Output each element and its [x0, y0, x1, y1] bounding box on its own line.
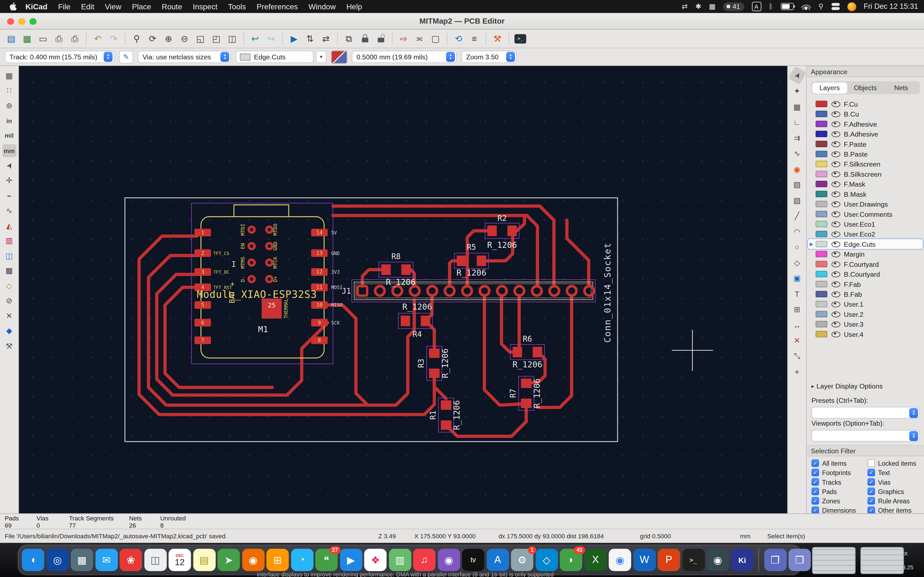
- save-icon[interactable]: ▤: [3, 31, 19, 47]
- presets-select[interactable]: ▲▼: [811, 407, 920, 419]
- menu-window[interactable]: Window: [303, 2, 341, 11]
- menubar-clock[interactable]: Fri Dec 12 15:31: [864, 2, 918, 11]
- accessibility-icon[interactable]: ✱: [695, 2, 701, 11]
- filter-zones[interactable]: Zones: [811, 497, 840, 505]
- pad-display-mode-icon[interactable]: ◫: [2, 249, 16, 262]
- spotlight-icon[interactable]: ⚲: [818, 2, 824, 11]
- filter-tracks[interactable]: Tracks: [811, 478, 841, 486]
- group-icon[interactable]: ⧉: [341, 31, 357, 47]
- layer-display-options-toggle[interactable]: ▸Layer Display Options: [811, 383, 883, 390]
- tab-objects[interactable]: Objects: [848, 82, 883, 93]
- nav-forward-icon[interactable]: ↪: [263, 31, 279, 47]
- viewports-select[interactable]: ▲▼: [811, 430, 920, 442]
- inspect-clearance-icon[interactable]: ⊘: [2, 294, 16, 307]
- layer-row-f-mask[interactable]: F.Mask: [807, 179, 924, 189]
- layer-row-edge-cuts[interactable]: ▶Edge.Cuts: [808, 239, 923, 249]
- visibility-eye-icon[interactable]: [832, 211, 840, 217]
- visibility-eye-icon[interactable]: [832, 301, 840, 307]
- dimension-tool-icon[interactable]: ↔: [790, 318, 804, 331]
- tab-layers[interactable]: Layers: [812, 82, 848, 93]
- flip-board-icon[interactable]: ⇄: [318, 31, 334, 47]
- m1-center-holes[interactable]: [247, 226, 273, 283]
- visibility-eye-icon[interactable]: [832, 261, 840, 267]
- display-options-icon[interactable]: ▢: [428, 31, 443, 47]
- menu-view[interactable]: View: [100, 2, 126, 11]
- filter-vias[interactable]: Vias: [867, 478, 890, 486]
- visibility-eye-icon[interactable]: [832, 171, 840, 177]
- dock-app-mail[interactable]: ✉: [95, 549, 118, 571]
- grid-origin-tool-icon[interactable]: ⌖: [790, 366, 804, 378]
- layer-row-user-eco1[interactable]: User.Eco1: [807, 219, 924, 229]
- layer-row-user-4[interactable]: User.4: [807, 329, 924, 339]
- bluetooth-icon[interactable]: ᛒ: [769, 2, 773, 11]
- visibility-eye-icon[interactable]: [832, 111, 840, 117]
- dock-app-calendar[interactable]: DEC12: [169, 549, 191, 571]
- layer-row-b-fab[interactable]: B.Fab: [807, 289, 924, 299]
- dock-app-tv[interactable]: tv: [462, 549, 484, 571]
- nav-back-icon[interactable]: ↩: [247, 31, 263, 47]
- plot-run-icon[interactable]: ▶: [286, 31, 302, 47]
- footprint-diff-icon[interactable]: ≍: [412, 31, 427, 47]
- dot-grid-icon[interactable]: ∷: [2, 84, 16, 97]
- m1-value[interactable]: Module_XIAO-ESP32S3: [197, 288, 317, 301]
- visibility-eye-icon[interactable]: [832, 191, 840, 197]
- visibility-eye-icon[interactable]: [832, 151, 840, 157]
- checkbox-icon[interactable]: [811, 506, 819, 514]
- dock-folder-downloads[interactable]: ❒: [764, 549, 786, 571]
- active-layer-select[interactable]: Edge.Cuts: [236, 50, 313, 63]
- lock-icon[interactable]: [357, 31, 373, 47]
- dock-app-podcasts[interactable]: ◉: [438, 549, 460, 571]
- sync-schematic-icon[interactable]: ⟲: [451, 31, 466, 47]
- visibility-eye-icon[interactable]: [832, 281, 840, 287]
- net-highlight-tool-icon[interactable]: ✦: [790, 85, 804, 98]
- reference-image-tool-icon[interactable]: ▣: [790, 272, 804, 285]
- menu-inspect[interactable]: Inspect: [187, 2, 223, 11]
- menu-tools[interactable]: Tools: [223, 2, 251, 11]
- layer-row-margin[interactable]: Margin: [807, 249, 924, 259]
- checkbox-icon[interactable]: [867, 487, 875, 495]
- layer-row-user-1[interactable]: User.1: [807, 299, 924, 309]
- layer-row-user-drawings[interactable]: User.Drawings: [807, 199, 924, 209]
- curved-ratsnest-icon[interactable]: ∿: [2, 204, 16, 217]
- window-preview[interactable]: [812, 547, 856, 574]
- page-settings-icon[interactable]: ▭: [36, 31, 51, 47]
- visibility-eye-icon[interactable]: [832, 121, 840, 127]
- units-mm-button[interactable]: mm: [2, 144, 16, 157]
- layer-row-f-fab[interactable]: F.Fab: [807, 279, 924, 289]
- dock-app-app-store[interactable]: A: [486, 549, 509, 571]
- filter-text[interactable]: Text: [867, 469, 890, 476]
- j1-value[interactable]: Conn_01x14_Socket: [602, 242, 613, 343]
- dock-app-kicad[interactable]: Ki: [731, 549, 753, 571]
- grid-select[interactable]: 0.5000 mm (19.69 mils)▲▼: [352, 50, 457, 63]
- pcb-canvas[interactable]: 1 2 3 4 5 6 7 14 13 12 11 10 9 8: [19, 66, 787, 514]
- checkbox-icon[interactable]: [867, 506, 875, 514]
- dock-app-numbers[interactable]: ▥: [389, 549, 411, 571]
- menubar-app-name[interactable]: KiCad: [20, 2, 53, 11]
- dock-app-powerpoint[interactable]: P: [657, 549, 680, 571]
- dock-app-photos[interactable]: ❖: [364, 549, 386, 571]
- menu-help[interactable]: Help: [341, 2, 367, 11]
- visibility-eye-icon[interactable]: [832, 131, 840, 137]
- user-avatar[interactable]: [847, 2, 856, 11]
- footprint-r6[interactable]: R6 R_1206: [510, 334, 544, 369]
- footprint-r2[interactable]: R2 R_1206: [485, 214, 519, 250]
- visibility-eye-icon[interactable]: [832, 101, 840, 107]
- dock-app-word[interactable]: W: [633, 549, 656, 571]
- layer-row-user-eco2[interactable]: User.Eco2: [807, 229, 924, 239]
- dock-app-launchpad[interactable]: ▦: [71, 549, 93, 571]
- text-tool-icon[interactable]: T: [790, 287, 804, 300]
- layer-row-b-mask[interactable]: B.Mask: [807, 189, 924, 199]
- layer-row-b-cu[interactable]: B.Cu: [807, 109, 924, 119]
- tune-length-tool-icon[interactable]: ∿: [790, 147, 804, 160]
- checkbox-icon[interactable]: [811, 469, 819, 476]
- route-diff-pair-tool-icon[interactable]: ⇉: [790, 131, 804, 144]
- footprint-tool-icon[interactable]: ▦: [790, 100, 804, 113]
- battery-icon[interactable]: [781, 3, 794, 10]
- dock-app-facetime[interactable]: ▶: [339, 549, 362, 571]
- layer-row-b-courtyard[interactable]: B.Courtyard: [807, 269, 924, 279]
- visibility-eye-icon[interactable]: [832, 201, 840, 207]
- visibility-eye-icon[interactable]: [832, 291, 840, 297]
- dock-app-terminal[interactable]: >_: [682, 549, 704, 571]
- visibility-eye-icon[interactable]: [832, 231, 840, 237]
- cursor-shape-icon[interactable]: ➤: [0, 156, 18, 175]
